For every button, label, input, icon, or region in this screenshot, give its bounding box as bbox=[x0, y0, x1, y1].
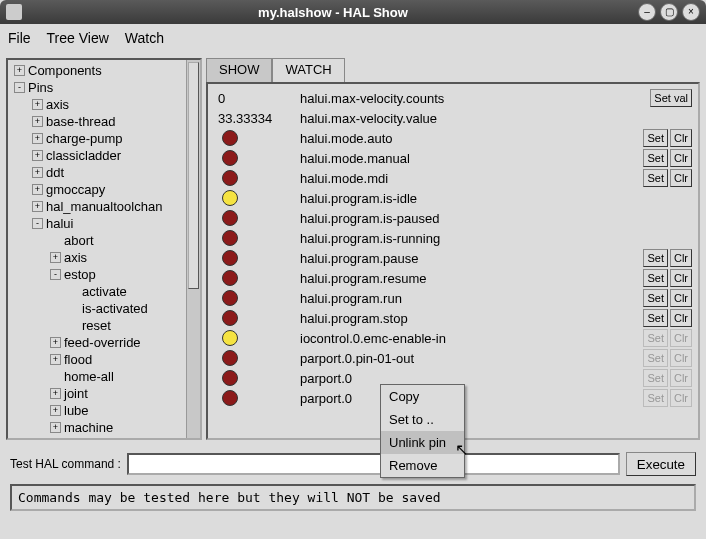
tree-item[interactable]: -Pins bbox=[10, 79, 198, 96]
status-dot bbox=[222, 290, 238, 306]
watch-row[interactable]: halui.program.resumeSetClr bbox=[214, 268, 692, 288]
tree-label: hal_manualtoolchan bbox=[46, 198, 162, 215]
tree-item[interactable]: +flood bbox=[10, 351, 198, 368]
clr-button[interactable]: Clr bbox=[670, 169, 692, 187]
expand-icon[interactable]: - bbox=[14, 82, 25, 93]
watch-row[interactable]: 33.33334halui.max-velocity.value bbox=[214, 108, 692, 128]
set-button[interactable]: Set bbox=[643, 309, 668, 327]
close-button[interactable]: × bbox=[682, 3, 700, 21]
clr-button[interactable]: Clr bbox=[670, 129, 692, 147]
command-input[interactable] bbox=[127, 453, 620, 475]
maximize-button[interactable]: ▢ bbox=[660, 3, 678, 21]
watch-name: halui.program.is-paused bbox=[300, 211, 692, 226]
tree-item[interactable]: home-all bbox=[10, 368, 198, 385]
clr-button[interactable]: Clr bbox=[670, 249, 692, 267]
watch-row[interactable]: halui.program.is-running bbox=[214, 228, 692, 248]
tree-label: machine bbox=[64, 419, 113, 436]
expand-icon[interactable]: + bbox=[50, 405, 61, 416]
tree-item[interactable]: +machine bbox=[10, 419, 198, 436]
tree-label: classicladder bbox=[46, 147, 121, 164]
tree-item[interactable]: reset bbox=[10, 317, 198, 334]
set-button[interactable]: Set bbox=[643, 249, 668, 267]
status-dot bbox=[222, 330, 238, 346]
tree-item[interactable]: -halui bbox=[10, 215, 198, 232]
ctx-unlink-pin[interactable]: Unlink pin bbox=[381, 431, 464, 454]
expand-icon[interactable]: + bbox=[50, 354, 61, 365]
tree-item[interactable]: +base-thread bbox=[10, 113, 198, 130]
watch-row[interactable]: 0halui.max-velocity.countsSet val bbox=[214, 88, 692, 108]
tree-item[interactable]: +feed-override bbox=[10, 334, 198, 351]
expand-icon[interactable]: + bbox=[32, 167, 43, 178]
watch-row[interactable]: halui.program.is-paused bbox=[214, 208, 692, 228]
tree-item[interactable]: is-activated bbox=[10, 300, 198, 317]
set-button[interactable]: Set bbox=[643, 129, 668, 147]
clr-button[interactable]: Clr bbox=[670, 149, 692, 167]
tree-item[interactable]: +joint bbox=[10, 385, 198, 402]
watch-row[interactable]: halui.mode.manualSetClr bbox=[214, 148, 692, 168]
expand-icon[interactable]: + bbox=[32, 150, 43, 161]
set-button: Set bbox=[643, 349, 668, 367]
expand-icon[interactable]: + bbox=[50, 439, 61, 440]
menu-tree-view[interactable]: Tree View bbox=[47, 30, 109, 46]
set-val-button[interactable]: Set val bbox=[650, 89, 692, 107]
tree-item[interactable]: +axis bbox=[10, 249, 198, 266]
clr-button[interactable]: Clr bbox=[670, 269, 692, 287]
ctx-copy[interactable]: Copy bbox=[381, 385, 464, 408]
watch-row[interactable]: halui.mode.mdiSetClr bbox=[214, 168, 692, 188]
set-button[interactable]: Set bbox=[643, 269, 668, 287]
tree-item[interactable]: +lube bbox=[10, 402, 198, 419]
tree-item[interactable]: +classicladder bbox=[10, 147, 198, 164]
tree-item[interactable]: +axis bbox=[10, 96, 198, 113]
expand-icon[interactable]: + bbox=[50, 252, 61, 263]
watch-row[interactable]: halui.program.stopSetClr bbox=[214, 308, 692, 328]
set-button: Set bbox=[643, 369, 668, 387]
menu-file[interactable]: File bbox=[8, 30, 31, 46]
clr-button[interactable]: Clr bbox=[670, 309, 692, 327]
watch-row[interactable]: halui.program.runSetClr bbox=[214, 288, 692, 308]
tab-show[interactable]: SHOW bbox=[206, 58, 272, 82]
expand-icon[interactable]: + bbox=[50, 422, 61, 433]
expand-icon[interactable]: + bbox=[32, 99, 43, 110]
set-button[interactable]: Set bbox=[643, 169, 668, 187]
tree-item[interactable]: +gmoccapy bbox=[10, 181, 198, 198]
execute-button[interactable]: Execute bbox=[626, 452, 696, 476]
watch-row[interactable]: halui.mode.autoSetClr bbox=[214, 128, 692, 148]
set-button[interactable]: Set bbox=[643, 289, 668, 307]
expand-icon[interactable]: + bbox=[32, 184, 43, 195]
clr-button[interactable]: Clr bbox=[670, 289, 692, 307]
expand-icon[interactable]: + bbox=[32, 201, 43, 212]
menubar: File Tree View Watch bbox=[0, 24, 706, 52]
expand-icon[interactable]: + bbox=[50, 388, 61, 399]
tree-item[interactable]: activate bbox=[10, 283, 198, 300]
tree-item[interactable]: +hal_manualtoolchan bbox=[10, 198, 198, 215]
tree-scrollbar[interactable] bbox=[186, 60, 200, 438]
ctx-remove[interactable]: Remove bbox=[381, 454, 464, 477]
expand-icon[interactable]: - bbox=[50, 269, 61, 280]
watch-row[interactable]: parport.0.pin-01-outSetClr bbox=[214, 348, 692, 368]
watch-name: halui.max-velocity.value bbox=[300, 111, 692, 126]
expand-icon[interactable]: + bbox=[50, 337, 61, 348]
expand-icon[interactable]: + bbox=[14, 65, 25, 76]
expand-icon[interactable]: + bbox=[32, 116, 43, 127]
minimize-button[interactable]: – bbox=[638, 3, 656, 21]
tree-item[interactable]: +ddt bbox=[10, 164, 198, 181]
app-icon bbox=[6, 4, 22, 20]
ctx-set-to[interactable]: Set to .. bbox=[381, 408, 464, 431]
tree-item[interactable]: +Components bbox=[10, 62, 198, 79]
tree-item[interactable]: -estop bbox=[10, 266, 198, 283]
menu-watch[interactable]: Watch bbox=[125, 30, 164, 46]
watch-name: parport.0.pin-01-out bbox=[300, 351, 643, 366]
tree-label: max-velocity bbox=[64, 436, 136, 440]
tree-label: is-activated bbox=[82, 300, 148, 317]
watch-row[interactable]: halui.program.pauseSetClr bbox=[214, 248, 692, 268]
tab-watch[interactable]: WATCH bbox=[272, 58, 344, 82]
watch-row[interactable]: halui.program.is-idle bbox=[214, 188, 692, 208]
tree-item[interactable]: +max-velocity bbox=[10, 436, 198, 440]
set-button[interactable]: Set bbox=[643, 149, 668, 167]
expand-icon[interactable]: + bbox=[32, 133, 43, 144]
tree-label: ddt bbox=[46, 164, 64, 181]
expand-icon[interactable]: - bbox=[32, 218, 43, 229]
watch-row[interactable]: iocontrol.0.emc-enable-inSetClr bbox=[214, 328, 692, 348]
tree-item[interactable]: +charge-pump bbox=[10, 130, 198, 147]
tree-item[interactable]: abort bbox=[10, 232, 198, 249]
